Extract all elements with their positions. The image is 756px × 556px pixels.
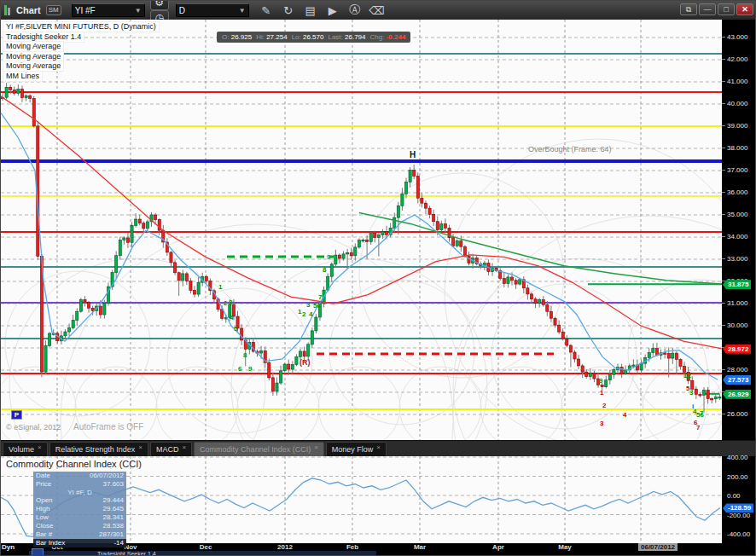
- cci-tick: 200.00: [727, 473, 747, 481]
- time-axis-label: May: [558, 543, 572, 551]
- high-value: 27.254: [266, 33, 287, 41]
- tooltip-row: YI #F, D: [33, 489, 126, 497]
- quote-board-icon[interactable]: ▤: [302, 3, 319, 18]
- time-axis-label: Mar: [414, 543, 426, 551]
- cci-tick: 400.00: [727, 454, 747, 461]
- indicator-tabs: Volume×Relative Strength Index×MACD×Comm…: [1, 440, 756, 456]
- cursor-date-badge: 06/07/2012: [638, 543, 677, 551]
- price-level-badge: 31.875: [723, 280, 751, 289]
- tab-macd[interactable]: MACD×: [150, 442, 192, 456]
- symbol-combo[interactable]: YI #F▼: [72, 3, 145, 17]
- change-value: -0.244: [387, 33, 406, 41]
- tab-commodity-channel-index-cci-[interactable]: Commodity Channel Index (CCI)×: [194, 442, 324, 456]
- svg-text:1: 1: [218, 283, 223, 291]
- new-window-button[interactable]: ⧉: [680, 3, 697, 15]
- tab-close-icon[interactable]: ×: [182, 443, 186, 451]
- interval-combo[interactable]: D▼: [176, 3, 249, 17]
- svg-text:2: 2: [302, 310, 306, 318]
- symbol-lookup-gear-icon[interactable]: ⚙: [150, 0, 169, 10]
- quote-bar: O: 26.925 Hi: 27.254 Lo: 26.570 Last: 26…: [217, 32, 410, 43]
- price-tick: 34.000: [727, 233, 747, 240]
- legend-line: MM Lines: [3, 71, 43, 82]
- price-tick: 40.000: [727, 100, 747, 107]
- chart-mode-badge[interactable]: SM: [46, 5, 61, 15]
- svg-text:9: 9: [599, 377, 603, 385]
- price-tick: 30.000: [727, 321, 747, 329]
- price-chart-panel[interactable]: H(R)12345689123456789912431253456767i YI…: [1, 20, 722, 440]
- cci-title: Commodity Channel Index (CCI): [6, 459, 142, 469]
- price-tick: 37.000: [727, 166, 747, 174]
- tab-close-icon[interactable]: ×: [314, 443, 318, 451]
- svg-text:56: 56: [313, 302, 321, 310]
- window-controls: ⧉—□✕: [680, 3, 753, 15]
- bar-index-row: Bar Index-14: [33, 539, 126, 547]
- open-value: 26.925: [231, 33, 252, 41]
- svg-text:3: 3: [306, 301, 311, 309]
- cci-tick: 0.00: [727, 492, 741, 500]
- cci-tick: -400.00: [727, 530, 750, 538]
- price-tick: 43.000: [727, 33, 747, 41]
- svg-text:7: 7: [700, 409, 704, 417]
- price-tick: 36.000: [727, 188, 747, 196]
- svg-text:3: 3: [689, 389, 694, 397]
- draw-pencil-icon[interactable]: ✎: [258, 3, 275, 18]
- autoframe-status: AutoFrame is OFF: [73, 422, 143, 431]
- svg-text:H: H: [410, 150, 416, 159]
- overbought-label: OverBought (Frame: 64): [528, 145, 612, 153]
- last-value: 26.794: [345, 33, 365, 41]
- low-value: 26.570: [303, 33, 323, 41]
- svg-text:9: 9: [327, 253, 331, 261]
- eraser-icon[interactable]: ⌫: [369, 3, 386, 18]
- tooltip-row: Open29.444: [33, 496, 126, 505]
- svg-text:12: 12: [683, 372, 691, 379]
- chevron-down-icon: ▼: [135, 7, 142, 14]
- tab-close-icon[interactable]: ×: [138, 443, 142, 451]
- play-icon[interactable]: ▶: [324, 3, 341, 18]
- svg-text:4: 4: [623, 411, 627, 419]
- tab-close-icon[interactable]: ×: [38, 443, 42, 451]
- price-level-badge: 26.929: [723, 390, 751, 399]
- price-tick: 39.000: [727, 122, 747, 130]
- cci-axis[interactable]: 400.00200.000.00-200.00-400.00-128.59: [722, 456, 756, 543]
- chart-window: Chart SM YI #F▼ ⚙◷ D▼ ✎↻▤▶Ⓐ⌫ ⧉—□✕ H(R)12…: [0, 0, 756, 556]
- autotrade-icon[interactable]: Ⓐ: [346, 3, 363, 18]
- svg-text:(R): (R): [299, 358, 311, 367]
- chevron-down-icon: ▼: [239, 7, 246, 14]
- time-axis-label: Apr: [492, 543, 504, 551]
- app-statusbar[interactable]: Tradesight Seeker 1.4: [29, 551, 376, 556]
- price-tick: 28.000: [727, 366, 747, 374]
- svg-text:2: 2: [602, 402, 607, 409]
- refresh-icon[interactable]: ↻: [280, 3, 297, 18]
- tooltip-row: High29.645: [33, 505, 126, 513]
- svg-text:4: 4: [230, 314, 234, 321]
- tab-volume[interactable]: Volume×: [3, 442, 48, 456]
- pivot-badge: P: [11, 410, 22, 420]
- svg-text:2: 2: [224, 299, 228, 307]
- chart-app-icon: [4, 5, 10, 15]
- price-tick: 38.000: [727, 144, 747, 152]
- tooltip-row: Bar #287/301: [33, 530, 126, 539]
- copyright-label: © eSignal, 2012: [6, 423, 61, 431]
- tooltip-row: Close28.538: [33, 522, 126, 530]
- price-axis[interactable]: 43.00042.00041.00040.00039.00038.00037.0…: [722, 20, 756, 440]
- maximize-button[interactable]: □: [718, 3, 735, 15]
- cci-value-badge: -128.59: [723, 503, 753, 513]
- svg-text:9: 9: [248, 365, 253, 373]
- price-tick: 35.000: [727, 211, 747, 218]
- tab-relative-strength-index[interactable]: Relative Strength Index×: [49, 442, 148, 456]
- data-window-tooltip: Date06/07/2012Price37.603YI #F, DOpen29.…: [33, 472, 126, 539]
- svg-text:3: 3: [600, 420, 604, 427]
- app-taskbar-icon[interactable]: [32, 548, 44, 556]
- close-button[interactable]: ✕: [736, 3, 753, 15]
- price-level-badge: 27.573: [723, 375, 751, 385]
- svg-text:8: 8: [323, 266, 327, 274]
- minimize-button[interactable]: —: [699, 3, 716, 15]
- price-tick: 33.000: [727, 255, 747, 263]
- svg-text:5: 5: [234, 325, 238, 333]
- svg-text:7: 7: [318, 293, 323, 301]
- window-title: Chart: [16, 5, 41, 15]
- time-axis-label: Feb: [346, 543, 358, 551]
- time-axis-label: Dec: [200, 543, 212, 551]
- tab-close-icon[interactable]: ×: [376, 443, 381, 451]
- tab-money-flow[interactable]: Money Flow×: [326, 442, 387, 456]
